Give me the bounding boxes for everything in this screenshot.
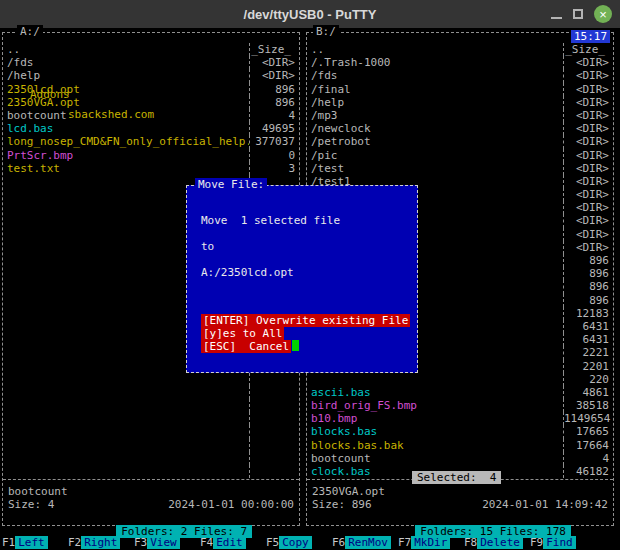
file-size xyxy=(249,386,299,399)
terminal-screen[interactable]: 15:17 A:/ _Size_ ../fds<DIR>/help<DIR>23… xyxy=(0,28,620,550)
file-row[interactable]: /final<DIR> xyxy=(307,83,613,96)
fkey-f3-view[interactable]: F3View xyxy=(134,536,200,549)
file-row[interactable]: /help<DIR> xyxy=(307,96,613,109)
file-row[interactable]: /fds<DIR> xyxy=(307,69,613,82)
file-size: <DIR> xyxy=(563,109,613,122)
file-row[interactable] xyxy=(3,373,299,386)
file-row[interactable]: blocks.bas17665 xyxy=(307,425,613,438)
maximize-icon[interactable] xyxy=(573,9,583,19)
file-size: <DIR> xyxy=(563,135,613,148)
file-row[interactable] xyxy=(3,386,299,399)
warning-text: [ENTER] Overwrite existing File xyxy=(201,314,410,327)
fkey-label: Left xyxy=(15,536,48,549)
left-footer-filename: bootcount xyxy=(3,485,299,498)
putty-window: /dev/ttyUSB0 - PuTTY × 15:17 A:/ _Size_ … xyxy=(0,0,620,550)
file-size: <DIR> xyxy=(563,149,613,162)
file-row[interactable]: blocks.bas.bak17664 xyxy=(307,439,613,452)
file-row[interactable]: bird_orig_FS.bmp38518 xyxy=(307,399,613,412)
file-name: /pic xyxy=(307,149,563,162)
file-size: 1149654 xyxy=(563,412,613,425)
file-size: 46182 xyxy=(563,465,613,478)
file-size xyxy=(249,452,299,465)
file-row[interactable]: ascii.bas4861 xyxy=(307,386,613,399)
file-size: 0 xyxy=(249,149,299,162)
title-bar[interactable]: /dev/ttyUSB0 - PuTTY × xyxy=(0,0,620,28)
file-size xyxy=(249,399,299,412)
file-size xyxy=(249,439,299,452)
fkey-number: F2 xyxy=(68,536,81,549)
file-row[interactable] xyxy=(3,399,299,412)
file-row[interactable]: b10.bmp1149654 xyxy=(307,412,613,425)
file-name: lcd.bas xyxy=(3,122,249,135)
right-footer-size: Size: 896 xyxy=(312,498,372,511)
fkey-f1-left[interactable]: F1Left xyxy=(2,536,68,549)
fkey-f5-copy[interactable]: F5Copy xyxy=(266,536,332,549)
file-row[interactable]: /fds<DIR> xyxy=(3,56,299,69)
file-row[interactable]: long_nosep_CMD&FN_only_official_help.t37… xyxy=(3,135,299,148)
file-size: 4 xyxy=(249,109,299,122)
file-row[interactable] xyxy=(3,425,299,438)
file-row[interactable]: /newclock<DIR> xyxy=(307,122,613,135)
file-row[interactable]: /pic<DIR> xyxy=(307,149,613,162)
file-row[interactable]: /test<DIR> xyxy=(307,162,613,175)
file-size: <DIR> xyxy=(563,241,613,254)
right-footer-stats-row: Folders: 15 Files: 178 xyxy=(307,511,613,524)
fkey-f6-renmov[interactable]: F6RenMov xyxy=(332,536,398,549)
fkey-f8-delete[interactable]: F8Delete xyxy=(464,536,530,549)
left-footer-size: Size: 4 xyxy=(8,498,54,511)
dialog-text-line: Move 1 selected file xyxy=(201,214,340,227)
file-row[interactable]: lcd.bas49695 xyxy=(3,122,299,135)
fkey-label: Edit xyxy=(213,536,246,549)
file-row[interactable] xyxy=(3,452,299,465)
file-size xyxy=(249,465,299,478)
fkey-number: F1 xyxy=(2,536,15,549)
minimize-icon[interactable] xyxy=(551,17,562,19)
file-size: 896 xyxy=(249,83,299,96)
fkey-number: F3 xyxy=(134,536,147,549)
file-name: test.txt xyxy=(3,162,249,175)
file-row[interactable]: PrtScr.bmp0 xyxy=(3,149,299,162)
dialog-warning-line: [y]es to All xyxy=(201,327,410,340)
file-name xyxy=(3,386,249,399)
move-file-dialog[interactable]: Move File: Move 1 selected filetoA:/2350… xyxy=(186,185,418,373)
left-panel-separator xyxy=(3,479,299,480)
file-row[interactable]: /help<DIR> xyxy=(3,69,299,82)
fkey-number: F8 xyxy=(464,536,477,549)
file-name: long_nosep_CMD&FN_only_official_help.t xyxy=(3,135,249,148)
file-row[interactable]: .. xyxy=(3,43,299,56)
right-panel-footer: 2350VGA.opt Size: 896 2024-01-01 14:09:4… xyxy=(307,485,613,525)
file-row[interactable]: /mp3<DIR> xyxy=(307,109,613,122)
file-row[interactable] xyxy=(3,465,299,478)
fkey-label: View xyxy=(147,536,180,549)
fkey-f2-right[interactable]: F2Right xyxy=(68,536,134,549)
file-name: bootcount xyxy=(307,452,563,465)
text-cursor xyxy=(292,340,299,351)
file-name xyxy=(3,373,249,386)
fkey-label: Find xyxy=(543,536,576,549)
fkey-number: F9 xyxy=(530,536,543,549)
file-size: <DIR> xyxy=(563,69,613,82)
fkey-f4-edit[interactable]: F4Edit xyxy=(200,536,266,549)
file-row[interactable]: bootcount4 xyxy=(307,452,613,465)
fkey-f9-find[interactable]: F9Find xyxy=(530,536,596,549)
file-row[interactable] xyxy=(3,412,299,425)
close-icon[interactable]: × xyxy=(594,5,612,23)
file-row[interactable]: .. xyxy=(307,43,613,56)
file-size xyxy=(563,43,613,56)
selected-count-badge: Selected: 4 xyxy=(412,471,501,484)
file-name xyxy=(3,425,249,438)
file-name: /petrobot xyxy=(307,135,563,148)
function-key-bar: F1LeftF2RightF3ViewF4EditF5CopyF6RenMovF… xyxy=(2,536,596,549)
fkey-f7-mkdir[interactable]: F7MkDir xyxy=(398,536,464,549)
file-size: <DIR> xyxy=(249,69,299,82)
file-row[interactable]: /.Trash-1000<DIR> xyxy=(307,56,613,69)
fkey-number: F7 xyxy=(398,536,411,549)
file-size: <DIR> xyxy=(563,175,613,188)
screen-garbage-text: sbackshed.com xyxy=(68,108,154,121)
file-row[interactable] xyxy=(3,439,299,452)
file-row[interactable]: /petrobot<DIR> xyxy=(307,135,613,148)
file-name: /test xyxy=(307,162,563,175)
dialog-body-lines: Move 1 selected filetoA:/2350lcd.opt xyxy=(201,214,340,293)
file-row[interactable]: 220 xyxy=(307,373,613,386)
file-row[interactable]: test.txt3 xyxy=(3,162,299,175)
